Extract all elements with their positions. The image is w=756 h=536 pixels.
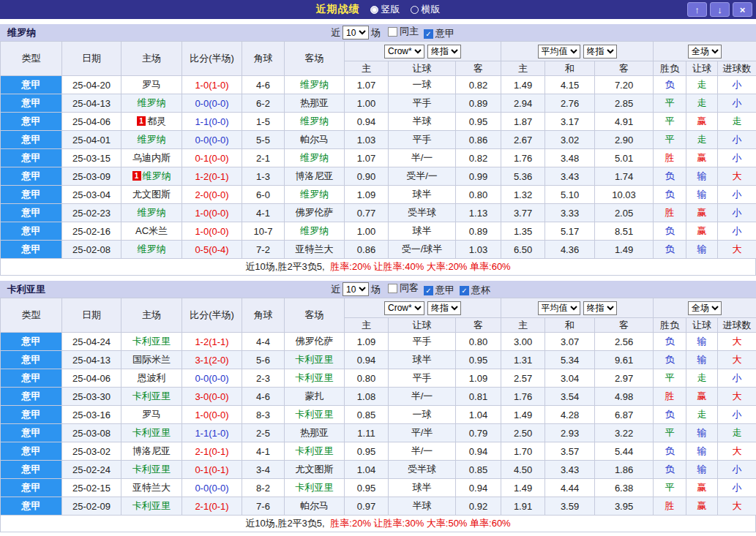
close-button[interactable]: × bbox=[733, 2, 752, 17]
team-name-text: 帕尔马 bbox=[300, 500, 329, 511]
average-select[interactable]: 平均值 bbox=[538, 45, 580, 58]
date-cell: 25-02-23 bbox=[62, 204, 121, 222]
home-team-cell: AC米兰 bbox=[121, 222, 182, 241]
avg-draw-odds: 3.02 bbox=[545, 131, 595, 149]
handicap-odds-time-select[interactable]: 终指 bbox=[427, 301, 461, 315]
subcol-eu-home: 主 bbox=[501, 318, 545, 333]
avg-home-odds: 1.32 bbox=[501, 186, 545, 204]
checkbox-unchecked-icon[interactable] bbox=[388, 284, 397, 293]
handicap-line: 球半 bbox=[389, 479, 456, 497]
away-team-cell: 维罗纳 bbox=[285, 186, 345, 204]
handicap-line: 受一/球半 bbox=[389, 241, 456, 259]
team-name-text: 帕尔马 bbox=[300, 134, 329, 145]
score-cell: 1-1(1-0) bbox=[182, 424, 242, 442]
match-count-select[interactable]: 10 bbox=[343, 282, 369, 296]
match-row: 意甲25-04-06恩波利0-0(0-0)2-3卡利亚里0.80平手1.092.… bbox=[1, 369, 756, 388]
layout-radio-horizontal[interactable]: 横版 bbox=[411, 3, 441, 16]
handicap-away-odds: 0.89 bbox=[456, 222, 501, 241]
average-odds-time-select[interactable]: 终指 bbox=[583, 45, 617, 58]
result-wdl: 负 bbox=[654, 222, 686, 241]
filter-checkbox-同客[interactable]: 同客 bbox=[388, 282, 419, 295]
handicap-away-odds: 0.80 bbox=[456, 333, 501, 351]
panel-title: 近期战绩 bbox=[316, 3, 360, 16]
handicap-away-odds: 0.82 bbox=[456, 149, 501, 167]
score-cell: 0-0(0-0) bbox=[182, 131, 242, 149]
bookmaker-select[interactable]: Crow* bbox=[384, 301, 424, 315]
team-name-text: 博洛尼亚 bbox=[296, 170, 334, 181]
date-cell: 25-03-16 bbox=[62, 406, 121, 424]
move-up-button[interactable]: ↑ bbox=[687, 2, 707, 17]
team-name-text: 卡利亚里 bbox=[132, 390, 171, 401]
result-goals: 小 bbox=[718, 222, 756, 241]
result-handicap: 赢 bbox=[686, 149, 718, 167]
away-team-cell: 蒙扎 bbox=[285, 388, 345, 406]
move-down-button[interactable]: ↓ bbox=[710, 2, 730, 17]
match-filters: 近 10 场 同主✓意甲 bbox=[331, 25, 454, 40]
team-name-text: 佛罗伦萨 bbox=[296, 336, 334, 347]
radio-icon[interactable] bbox=[411, 6, 419, 14]
league-cell: 意甲 bbox=[1, 369, 62, 388]
result-handicap: 输 bbox=[686, 442, 718, 461]
match-count-select[interactable]: 10 bbox=[343, 26, 369, 39]
avg-home-odds: 1.49 bbox=[501, 479, 545, 497]
result-wdl: 胜 bbox=[654, 204, 686, 222]
league-cell: 意甲 bbox=[1, 479, 62, 497]
handicap-odds-time-select[interactable]: 终指 bbox=[427, 45, 461, 58]
avg-draw-odds: 2.76 bbox=[545, 94, 595, 113]
avg-away-odds: 4.91 bbox=[595, 113, 654, 131]
layout-radio-vertical[interactable]: 竖版 bbox=[370, 3, 400, 16]
team-name-text: 卡利亚里 bbox=[296, 445, 334, 456]
checkbox-unchecked-icon[interactable] bbox=[388, 27, 397, 37]
filter-checkbox-意甲[interactable]: ✓意甲 bbox=[424, 284, 454, 297]
home-team-cell: 维罗纳 bbox=[121, 94, 182, 113]
filter-checkbox-意杯[interactable]: ✓意杯 bbox=[460, 284, 490, 297]
handicap-line: 受半球 bbox=[389, 204, 456, 222]
corners-cell: 7-2 bbox=[242, 241, 285, 259]
date-cell: 25-04-20 bbox=[62, 76, 121, 94]
avg-home-odds: 1.91 bbox=[501, 497, 545, 516]
team-name-text: 国际米兰 bbox=[132, 354, 171, 365]
result-handicap: 输 bbox=[686, 186, 718, 204]
period-select[interactable]: 全场 bbox=[688, 45, 722, 58]
handicap-home-odds: 0.85 bbox=[345, 406, 389, 424]
checkbox-checked-icon[interactable]: ✓ bbox=[424, 29, 433, 39]
summary-line: 近10场,胜2平3负5, 胜率:20% 让胜率:30% 大率:50% 单率:60… bbox=[0, 516, 756, 532]
date-cell: 25-02-16 bbox=[62, 222, 121, 241]
handicap-away-odds: 0.95 bbox=[456, 113, 501, 131]
checkbox-checked-icon[interactable]: ✓ bbox=[424, 286, 433, 295]
handicap-away-odds: 0.80 bbox=[456, 186, 501, 204]
avg-away-odds: 5.01 bbox=[595, 149, 654, 167]
red-card-badge: 1 bbox=[137, 116, 146, 126]
handicap-home-odds: 1.00 bbox=[345, 222, 389, 241]
bookmaker-select[interactable]: Crow* bbox=[384, 45, 424, 58]
result-wdl: 平 bbox=[654, 369, 686, 388]
filter-checkbox-同主[interactable]: 同主 bbox=[388, 25, 419, 38]
checkbox-checked-icon[interactable]: ✓ bbox=[460, 286, 469, 295]
result-goals: 大 bbox=[718, 497, 756, 516]
filter-checkbox-意甲[interactable]: ✓意甲 bbox=[424, 27, 454, 40]
subcol-ah-line: 让球 bbox=[389, 318, 456, 333]
team-name: 卡利亚里 bbox=[7, 283, 45, 296]
date-cell: 25-02-24 bbox=[62, 461, 121, 479]
handicap-line: 半球 bbox=[389, 113, 456, 131]
avg-draw-odds: 3.04 bbox=[545, 369, 595, 388]
red-card-badge: 1 bbox=[132, 171, 141, 181]
period-select[interactable]: 全场 bbox=[688, 301, 722, 315]
avg-home-odds: 2.50 bbox=[501, 424, 545, 442]
handicap-line: 平手 bbox=[389, 369, 456, 388]
average-odds-time-select[interactable]: 终指 bbox=[583, 301, 617, 315]
result-wdl: 负 bbox=[654, 333, 686, 351]
handicap-away-odds: 1.13 bbox=[456, 204, 501, 222]
result-wdl: 胜 bbox=[654, 388, 686, 406]
avg-home-odds: 3.00 bbox=[501, 333, 545, 351]
result-goals: 大 bbox=[718, 241, 756, 259]
avg-home-odds: 3.77 bbox=[501, 204, 545, 222]
average-odds-group-header: 平均值终指 bbox=[501, 298, 654, 318]
handicap-away-odds: 0.89 bbox=[456, 94, 501, 113]
handicap-line: 球半 bbox=[389, 186, 456, 204]
result-wdl: 负 bbox=[654, 406, 686, 424]
average-select[interactable]: 平均值 bbox=[538, 301, 580, 315]
handicap-home-odds: 1.07 bbox=[345, 149, 389, 167]
col-header-home: 主场 bbox=[121, 298, 182, 333]
radio-icon[interactable] bbox=[370, 6, 378, 14]
